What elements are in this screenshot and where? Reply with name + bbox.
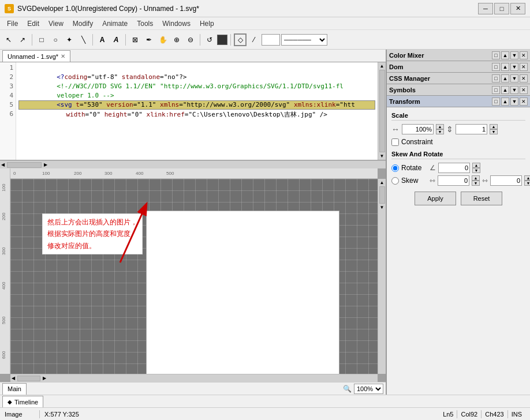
canvas-vscroll-thumb[interactable] (379, 186, 385, 204)
code-editor[interactable]: 1 2 3 4 5 6 <?coding="utf-8" standalone=… (0, 62, 386, 160)
stroke-tool[interactable]: ◇ (234, 33, 247, 46)
skew-input1[interactable] (438, 175, 469, 186)
text-tool[interactable]: A (96, 33, 109, 46)
hand-tool[interactable]: ✋ (156, 33, 169, 46)
skew-label[interactable]: Skew (401, 177, 427, 185)
constraint-label[interactable]: Constraint (401, 138, 433, 146)
scale-x-down[interactable]: ▼ (436, 129, 444, 134)
skew-input2[interactable] (490, 175, 522, 186)
main-tab[interactable]: Main (2, 383, 27, 395)
menu-file[interactable]: File (2, 18, 23, 29)
minimize-button[interactable]: ─ (478, 3, 493, 14)
file-tab[interactable]: Unnamed - 1.svg* ✕ (2, 50, 70, 62)
menu-tools[interactable]: Tools (132, 18, 158, 29)
rotate-radio[interactable] (391, 164, 399, 172)
scale-y-input[interactable] (456, 124, 487, 134)
canvas-scroll-up[interactable]: ▲ (380, 180, 385, 185)
menu-edit[interactable]: Edit (23, 18, 44, 29)
dom-close-btn[interactable]: ✕ (520, 63, 528, 71)
tab-close-icon[interactable]: ✕ (61, 53, 65, 59)
scroll-up-btn[interactable]: ▲ (380, 63, 385, 69)
canvas-hscroll-thumb[interactable] (17, 376, 40, 381)
color-mixer-header[interactable]: Color Mixer □ ▲ ▼ ✕ (387, 50, 530, 61)
scale-x-input[interactable] (402, 124, 434, 134)
tf-close-btn[interactable]: ✕ (520, 97, 528, 106)
menu-view[interactable]: View (44, 18, 68, 29)
skew1-up[interactable]: ▲ (472, 175, 480, 181)
cm-float-btn[interactable]: □ (492, 51, 500, 59)
skew1-down[interactable]: ▼ (472, 181, 480, 186)
menu-animate[interactable]: Animate (98, 18, 132, 29)
reset-button[interactable]: Reset (461, 192, 502, 205)
dash-tool[interactable]: ⁄ (248, 33, 260, 46)
css-up-btn[interactable]: ▲ (501, 74, 509, 82)
rotate-input[interactable] (438, 163, 470, 173)
code-vscroll[interactable]: ▲ ▼ (378, 62, 386, 160)
eyedrop-tool[interactable]: ✒ (143, 33, 155, 46)
color-fill[interactable] (217, 35, 227, 45)
scale-y-down[interactable]: ▼ (490, 129, 498, 134)
maximize-button[interactable]: □ (494, 3, 509, 14)
code-content[interactable]: <?coding="utf-8" standalone="no"?> <!-//… (16, 62, 378, 160)
skew1-spinner[interactable]: ▲ ▼ (472, 175, 480, 186)
zoom-out-tool[interactable]: ⊖ (184, 33, 197, 46)
canvas-inner[interactable]: 然后上方会出现插入的图片， 根据实际图片的高度和宽度 修改对应的值。 (10, 179, 378, 374)
css-close-btn[interactable]: ✕ (520, 74, 528, 82)
zoom-in-tool[interactable]: ⊕ (170, 33, 183, 46)
cm-down-btn[interactable]: ▼ (510, 51, 518, 59)
rotate-up[interactable]: ▲ (472, 163, 480, 168)
hscroll-left-btn[interactable]: ◀ (1, 162, 5, 167)
canvas-hscroll-left[interactable]: ◀ (12, 376, 15, 381)
menu-windows[interactable]: Windows (158, 18, 195, 29)
circle-tool[interactable]: ○ (49, 33, 62, 46)
rect-tool[interactable]: □ (35, 33, 48, 46)
reset-tool[interactable]: ↺ (203, 33, 216, 46)
tf-up-btn[interactable]: ▲ (501, 97, 509, 106)
scale-y-up[interactable]: ▲ (490, 124, 498, 129)
stroke-width-input[interactable]: 1 (262, 34, 280, 46)
node-tool[interactable]: ↗ (16, 33, 29, 46)
rotate-down[interactable]: ▼ (472, 168, 480, 173)
text-tool2[interactable]: A (110, 33, 122, 46)
menu-modify[interactable]: Modify (68, 18, 98, 29)
timeline-tab[interactable]: ◆ Timeline (2, 396, 43, 407)
dom-up-btn[interactable]: ▲ (501, 63, 509, 71)
transform-header[interactable]: Transform □ ▲ ▼ ✕ (387, 96, 530, 107)
sym-float-btn[interactable]: □ (492, 86, 500, 94)
scroll-down-btn[interactable]: ▼ (380, 153, 385, 159)
sym-up-btn[interactable]: ▲ (501, 86, 509, 94)
rotate-spinner[interactable]: ▲ ▼ (472, 163, 480, 173)
tf-float-btn[interactable]: □ (492, 97, 500, 106)
skew2-spinner[interactable]: ▲ ▼ (524, 175, 530, 186)
scale-x-up[interactable]: ▲ (436, 124, 444, 129)
scale-x-spinner[interactable]: ▲ ▼ (436, 124, 444, 134)
scroll-thumb[interactable] (379, 70, 385, 152)
css-manager-header[interactable]: CSS Manager □ ▲ ▼ ✕ (387, 73, 530, 84)
hscroll-thumb[interactable] (7, 162, 42, 168)
cm-up-btn[interactable]: ▲ (501, 51, 509, 59)
zoom-select[interactable]: 100% 50% 75% 150% 200% (354, 384, 383, 394)
css-float-btn[interactable]: □ (492, 74, 500, 82)
code-hscroll[interactable]: ◀ ▶ (0, 160, 386, 168)
select-all[interactable]: ⊠ (129, 33, 141, 46)
dom-float-btn[interactable]: □ (492, 63, 500, 71)
symbols-header[interactable]: Symbols □ ▲ ▼ ✕ (387, 84, 530, 96)
apply-button[interactable]: Apply (415, 192, 456, 205)
canvas-area[interactable]: 0 100 200 300 400 500 100 200 300 400 50… (0, 168, 386, 382)
skew-radio[interactable] (391, 177, 399, 185)
canvas-scroll-down[interactable]: ▼ (380, 205, 385, 210)
cm-close-btn[interactable]: ✕ (520, 51, 528, 59)
star-tool[interactable]: ✦ (63, 33, 76, 46)
line-tool[interactable]: ╲ (77, 33, 89, 46)
sym-down-btn[interactable]: ▼ (510, 86, 518, 94)
dom-down-btn[interactable]: ▼ (510, 63, 518, 71)
constraint-checkbox[interactable] (391, 138, 399, 146)
tf-down-btn[interactable]: ▼ (510, 97, 518, 106)
menu-help[interactable]: Help (195, 18, 219, 29)
select-tool[interactable]: ↖ (2, 33, 15, 46)
canvas-vscroll[interactable]: ▲ ▼ (378, 179, 386, 374)
scale-y-spinner[interactable]: ▲ ▼ (490, 124, 498, 134)
skew2-down[interactable]: ▼ (524, 181, 530, 186)
css-down-btn[interactable]: ▼ (510, 74, 518, 82)
canvas-hscroll[interactable]: ◀ ▶ (10, 374, 378, 382)
